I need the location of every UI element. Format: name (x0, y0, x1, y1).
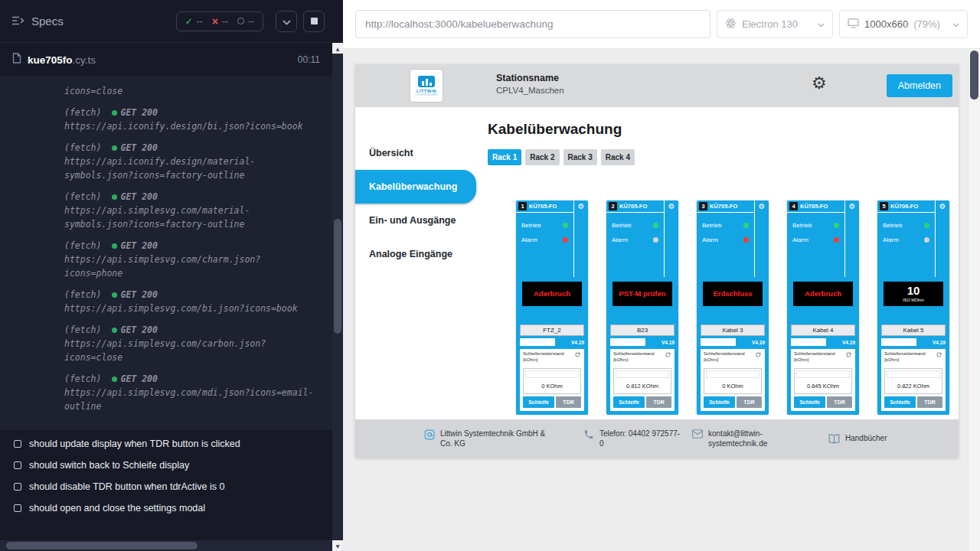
request-url: https://api.simplesvg.com/mdi.json?icons… (64, 386, 316, 413)
schleife-button[interactable]: Schleife (704, 396, 735, 408)
request-url: https://api.simplesvg.com/charm.json?ico… (64, 253, 316, 280)
card-gear-icon[interactable]: ⚙ (939, 202, 946, 277)
scroll-up-icon[interactable]: ▲ (332, 43, 343, 54)
tab-rack-1[interactable]: Rack 1 (488, 149, 521, 165)
viewport-selector[interactable]: 1000x660 (79%) (839, 10, 968, 38)
footer-email[interactable]: kontakt@littwin-systemtechnik.de (692, 429, 828, 448)
tab-rack-4[interactable]: Rack 4 (601, 149, 635, 165)
scrollbar-thumb[interactable] (334, 219, 341, 334)
status-dot-icon (112, 243, 117, 249)
refresh-icon[interactable] (845, 351, 852, 358)
tab-rack-3[interactable]: Rack 3 (564, 149, 597, 165)
specs-menu-button[interactable]: Specs (12, 15, 64, 28)
version-box (881, 338, 916, 346)
measurement-panel: Schleifenwiderstand [kOhm] 0.645 KOhm Sc… (791, 349, 855, 411)
chevron-down-icon (818, 18, 825, 30)
test-list: should update display when TDR button is… (0, 430, 332, 522)
schleife-button[interactable]: Schleife (523, 396, 554, 408)
device-model: KÜ705-FO (619, 203, 647, 210)
runner-header: Specs ✓-- ×-- -- (0, 0, 332, 43)
chevron-down-icon (952, 18, 959, 30)
test-stats: ✓-- ×-- -- (176, 11, 263, 31)
runner-vertical-scrollbar[interactable]: ▲ ▼ (332, 43, 343, 551)
refresh-icon[interactable] (665, 351, 671, 358)
chevron-down-icon (283, 15, 291, 28)
spec-name[interactable]: kue705fo.cy.ts (28, 54, 96, 66)
firmware-version: V4.19 (662, 340, 675, 345)
sidebar-item-analoge-eingaenge[interactable]: Analoge Eingänge (355, 237, 474, 271)
tdr-button[interactable]: TDR (917, 396, 942, 408)
card-gear-icon[interactable]: ⚙ (668, 202, 675, 277)
book-icon (828, 434, 840, 444)
network-log-entry[interactable]: (fetch)GET 200 https://api.simplesvg.com… (64, 372, 316, 413)
mail-icon (692, 429, 703, 439)
test-title: should open and close the settings modal (29, 503, 205, 514)
viewport-zoom: (79%) (913, 18, 940, 30)
schleife-button[interactable]: Schleife (884, 396, 916, 408)
stage-vertical-scrollbar[interactable] (968, 49, 980, 551)
test-icon (14, 504, 21, 512)
stop-button[interactable] (303, 11, 325, 32)
network-log-entry[interactable]: (fetch)GET 200 https://api.simplesvg.com… (64, 323, 316, 364)
schleife-button[interactable]: Schleife (794, 396, 825, 408)
test-runner-panel: Specs ✓-- ×-- -- kue705fo.cy.ts 00:11 ic… (0, 0, 343, 551)
card-gear-icon[interactable]: ⚙ (578, 202, 585, 277)
refresh-icon[interactable] (755, 351, 762, 358)
device-card-5: 5 KÜ706-FO Betrieb Alarm ⚙ (877, 201, 949, 415)
logo-mark-icon (418, 76, 435, 87)
network-log-entry[interactable]: (fetch)GET 200 https://api.iconify.desig… (64, 141, 316, 182)
refresh-icon[interactable] (574, 351, 581, 358)
network-log-entry[interactable]: (fetch)GET 200 https://api.iconify.desig… (64, 106, 316, 133)
tdr-button[interactable]: TDR (556, 396, 581, 408)
scroll-down-icon[interactable]: ▼ (332, 540, 343, 551)
logout-button[interactable]: Abmelden (887, 74, 952, 97)
sidebar-item-ein-und-ausgaenge[interactable]: Ein- und Ausgänge (355, 204, 474, 237)
runner-horizontal-scrollbar[interactable] (0, 540, 332, 551)
card-gear-icon[interactable]: ⚙ (759, 202, 766, 277)
test-item[interactable]: should open and close the settings modal (8, 497, 325, 519)
url-input[interactable]: http://localhost:3000/kabelueberwachung (355, 10, 710, 38)
tab-rack-2[interactable]: Rack 2 (525, 149, 559, 165)
sidebar-item-uebersicht[interactable]: Übersicht (355, 136, 474, 170)
refresh-icon[interactable] (936, 351, 942, 358)
scrollbar-thumb[interactable] (970, 51, 978, 99)
network-log-entry[interactable]: (fetch)GET 200 https://api.simplesvg.com… (64, 288, 316, 315)
network-log-entry[interactable]: (fetch)GET 200 https://api.simplesvg.com… (64, 190, 316, 231)
collapse-button[interactable] (276, 11, 297, 32)
schleife-button[interactable]: Schleife (613, 396, 645, 408)
test-title: should switch back to Schleife display (29, 460, 189, 471)
network-log-entry[interactable]: (fetch)GET 200 https://api.simplesvg.com… (64, 239, 316, 280)
tdr-button[interactable]: TDR (646, 396, 671, 408)
request-url: https://api.iconify.design/material-symb… (64, 155, 316, 182)
app-footer: Littwin Systemtechnik GmbH & Co. KG Tele… (355, 419, 959, 458)
stop-icon (311, 18, 318, 24)
littwin-logo: LITTWIN SYSTEMTECHNIK (410, 70, 443, 102)
device-model: KÜ706-FO (890, 203, 918, 210)
footer-manuals[interactable]: Handbücher (828, 433, 887, 444)
test-icon (14, 483, 21, 491)
status-display: 10 ISO MOhm (884, 282, 943, 306)
test-item[interactable]: should switch back to Schleife display (8, 455, 325, 476)
measurement-value-box: 0.645 KOhm (794, 368, 852, 394)
card-gear-icon[interactable]: ⚙ (849, 202, 856, 277)
test-item[interactable]: should update display when TDR button is… (8, 433, 325, 455)
scrollbar-thumb[interactable] (6, 542, 198, 549)
version-box (610, 338, 645, 346)
settings-gear-icon[interactable]: ⚙ (812, 74, 827, 93)
phone-icon (583, 429, 594, 440)
spec-row: kue705fo.cy.ts 00:11 (0, 43, 332, 77)
footer-phone[interactable]: Telefon: 04402 972577-0 (583, 429, 692, 448)
test-item[interactable]: should disable TDR button when tdrActive… (8, 476, 325, 497)
app-under-test: LITTWIN SYSTEMTECHNIK Stationsname CPLV4… (355, 64, 959, 458)
tdr-button[interactable]: TDR (827, 396, 852, 408)
measurement-value-box: 0.822 KOhm (884, 368, 942, 394)
log-continuation[interactable]: icons=close (64, 84, 316, 98)
sidebar-item-kabelueberwachung[interactable]: Kabelüberwachung (355, 170, 476, 204)
slot-number: 2 (609, 202, 617, 210)
request-url: https://api.simplesvg.com/bi.json?icons=… (64, 302, 316, 315)
test-icon (14, 440, 21, 448)
browser-selector[interactable]: Electron 130 (717, 10, 833, 38)
device-model: KÜ705-FO (710, 203, 737, 210)
tdr-button[interactable]: TDR (737, 396, 762, 408)
passed-count: ✓-- (185, 16, 203, 27)
